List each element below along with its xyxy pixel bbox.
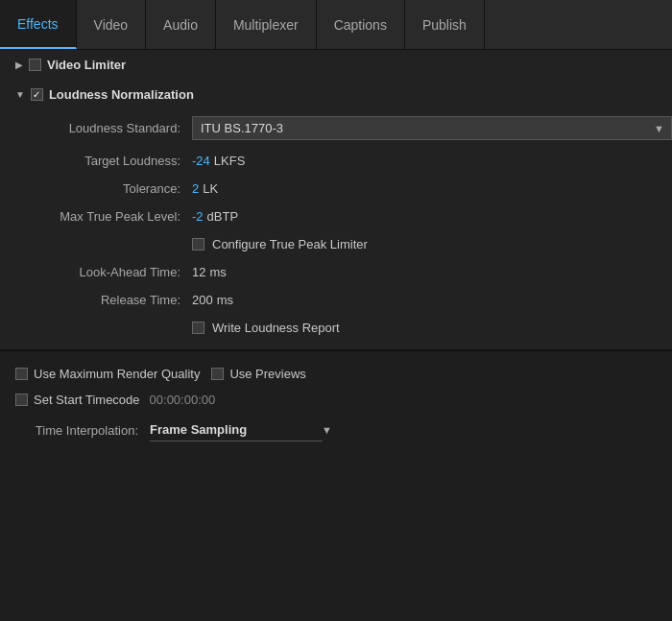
loudness-standard-select[interactable]: ITU BS.1770-3 ITU BS.1770-1 EBU R128 <box>192 116 672 140</box>
render-quality-row: Use Maximum Render Quality Use Previews <box>15 361 657 387</box>
use-max-render-quality-label: Use Maximum Render Quality <box>34 367 200 381</box>
time-interpolation-label: Time Interpolation: <box>15 423 150 438</box>
write-loudness-report-row: Write Loudness Report <box>29 314 672 342</box>
video-limiter-row: Video Limiter <box>0 50 672 80</box>
release-time-row: Release Time: 200 ms <box>29 286 672 314</box>
max-true-peak-row: Max True Peak Level: -2 dBTP <box>29 203 672 230</box>
loudness-arrow[interactable] <box>15 89 25 100</box>
target-loudness-label: Target Loudness: <box>29 154 192 168</box>
write-loudness-report-label: Write Loudness Report <box>212 321 340 335</box>
release-time-value: 200 <box>192 293 213 307</box>
set-start-timecode-label: Set Start Timecode <box>34 393 140 407</box>
tab-publish[interactable]: Publish <box>405 0 485 49</box>
look-ahead-time-label: Look-Ahead Time: <box>29 265 192 279</box>
tab-effects[interactable]: Effects <box>0 0 77 49</box>
use-max-render-quality-checkbox[interactable] <box>15 368 28 380</box>
configure-true-peak-checkbox[interactable] <box>192 238 204 251</box>
video-limiter-label: Video Limiter <box>47 58 126 72</box>
bottom-controls: Use Maximum Render Quality Use Previews … <box>0 349 672 457</box>
time-interpolation-dropdown-wrapper: Frame Sampling Frame Blending Optical Fl… <box>150 418 657 442</box>
use-previews-group: Use Previews <box>211 367 305 381</box>
set-start-timecode-group: Set Start Timecode 00:00:00:00 <box>15 393 215 407</box>
release-time-unit: ms <box>217 293 233 307</box>
configure-true-peak-row: Configure True Peak Limiter <box>29 230 672 258</box>
use-previews-label: Use Previews <box>229 367 305 381</box>
tab-audio[interactable]: Audio <box>146 0 216 49</box>
max-true-peak-unit: dBTP <box>207 209 239 224</box>
tab-captions[interactable]: Captions <box>317 0 405 49</box>
target-loudness-unit: LKFS <box>214 154 246 168</box>
max-true-peak-value[interactable]: -2 <box>192 209 204 224</box>
video-limiter-arrow[interactable] <box>15 60 23 70</box>
time-interpolation-row: Time Interpolation: Frame Sampling Frame… <box>15 413 657 447</box>
start-timecode-value: 00:00:00:00 <box>150 393 216 407</box>
look-ahead-time-unit: ms <box>209 265 226 279</box>
loudness-standard-row: Loudness Standard: ITU BS.1770-3 ITU BS.… <box>29 109 672 147</box>
set-start-timecode-checkbox[interactable] <box>15 394 28 406</box>
target-loudness-row: Target Loudness: -24 LKFS <box>29 147 672 175</box>
main-content: Video Limiter Loudness Normalization Lou… <box>0 50 672 349</box>
tolerance-label: Tolerance: <box>29 181 192 196</box>
loudness-fields: Loudness Standard: ITU BS.1770-3 ITU BS.… <box>0 109 672 349</box>
tolerance-unit: LK <box>203 181 218 196</box>
tab-bar: Effects Video Audio Multiplexer Captions… <box>0 0 672 50</box>
loudness-standard-dropdown-wrapper: ITU BS.1770-3 ITU BS.1770-1 EBU R128 ▼ <box>192 116 672 140</box>
use-previews-checkbox[interactable] <box>211 368 224 380</box>
loudness-title: Loudness Normalization <box>49 87 194 102</box>
configure-true-peak-label: Configure True Peak Limiter <box>212 237 368 251</box>
tolerance-value[interactable]: 2 <box>192 181 199 196</box>
video-limiter-checkbox[interactable] <box>29 59 41 71</box>
tab-video[interactable]: Video <box>77 0 147 49</box>
loudness-standard-label: Loudness Standard: <box>29 121 192 135</box>
look-ahead-time-value: 12 <box>192 265 205 279</box>
max-true-peak-label: Max True Peak Level: <box>29 209 192 224</box>
use-max-render-quality-group: Use Maximum Render Quality <box>15 367 200 381</box>
loudness-checkbox[interactable] <box>31 88 43 101</box>
tolerance-row: Tolerance: 2 LK <box>29 175 672 203</box>
loudness-normalization-section: Loudness Normalization Loudness Standard… <box>0 80 672 349</box>
start-timecode-row: Set Start Timecode 00:00:00:00 <box>15 387 657 413</box>
loudness-header: Loudness Normalization <box>0 80 672 109</box>
release-time-label: Release Time: <box>29 293 192 307</box>
write-loudness-report-checkbox[interactable] <box>192 322 204 334</box>
look-ahead-time-row: Look-Ahead Time: 12 ms <box>29 258 672 286</box>
time-interpolation-arrow-icon: ▼ <box>322 424 332 436</box>
target-loudness-value[interactable]: -24 <box>192 154 210 168</box>
tab-multiplexer[interactable]: Multiplexer <box>216 0 317 49</box>
time-interpolation-select[interactable]: Frame Sampling Frame Blending Optical Fl… <box>150 418 323 442</box>
